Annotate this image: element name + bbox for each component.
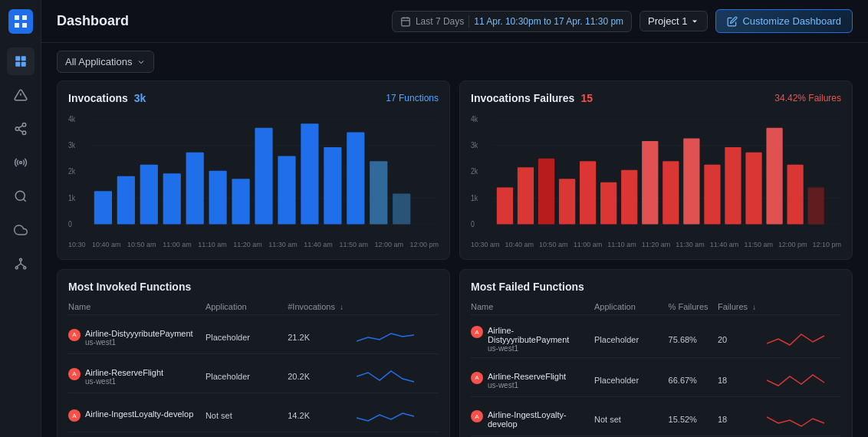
- svg-line-19: [16, 264, 20, 267]
- svg-text:0: 0: [471, 219, 475, 228]
- fn-app: Placeholder: [205, 333, 288, 342]
- sidebar-item-search[interactable]: [7, 182, 35, 210]
- invocations-count: 3k: [134, 92, 146, 104]
- app-filter-label: All Applications: [65, 56, 132, 67]
- table-row: A Airline-IngestLoyalty-develop Not set …: [471, 403, 841, 436]
- fn-failures: 18: [718, 415, 767, 424]
- svg-rect-40: [209, 171, 227, 225]
- fn-avatar: A: [68, 329, 81, 341]
- fn-pct: 66.67%: [669, 376, 718, 385]
- svg-line-14: [23, 199, 25, 201]
- failures-subtitle: 34.42% Failures: [774, 93, 841, 104]
- svg-rect-68: [683, 139, 699, 225]
- fn-name: Airline-ReserveFlight: [488, 372, 566, 381]
- svg-rect-0: [8, 9, 33, 34]
- sidebar-item-dashboard[interactable]: [7, 48, 35, 75]
- most-failed-card: Most Failed Functions Name Application %…: [459, 269, 853, 437]
- page-title: Dashboard: [57, 13, 129, 29]
- svg-rect-43: [278, 156, 295, 224]
- fn-name-col: Airline-IngestLoyalty-develop: [85, 409, 193, 419]
- customize-dashboard-button[interactable]: Customize Dashboard: [715, 9, 853, 33]
- table-row: A Airline-ReserveFlight us-west1 Placeho…: [471, 364, 841, 397]
- fn-sparkline: [357, 365, 418, 388]
- table-row: A Airline-IngestLoyalty-develop Not set …: [68, 399, 439, 432]
- fn-sparkline: [767, 328, 828, 351]
- chevron-down-icon: [136, 58, 146, 67]
- date-range-picker[interactable]: Last 7 Days 11 Apr. 10:30pm to 17 Apr. 1…: [392, 11, 632, 32]
- svg-rect-64: [600, 182, 616, 225]
- svg-rect-46: [347, 133, 364, 225]
- svg-rect-61: [538, 159, 554, 225]
- col-application: Application: [205, 302, 288, 311]
- sidebar-item-network[interactable]: [7, 250, 35, 278]
- sidebar-logo[interactable]: [8, 9, 33, 34]
- fn-name: Airline-DistyyyributePayment: [85, 329, 193, 338]
- svg-rect-47: [370, 161, 387, 224]
- svg-rect-45: [324, 147, 341, 225]
- svg-rect-36: [117, 176, 135, 225]
- fn-name: Airline-IngestLoyalty-develop: [85, 409, 193, 419]
- invocations-table-header: Name Application #Invocations ↓: [68, 299, 439, 315]
- sidebar-item-radio[interactable]: [7, 149, 35, 176]
- fn-name: Airline-IngestLoyalty-develop: [488, 410, 594, 429]
- fn-app: Not set: [594, 415, 669, 424]
- failures-bar-chart: 4k 3k 2k 1k 0: [471, 110, 841, 233]
- svg-rect-44: [301, 123, 318, 224]
- fn-failures: 18: [718, 376, 767, 385]
- header: Dashboard Last 7 Days 11 Apr. 10:30pm to…: [41, 0, 868, 43]
- svg-rect-39: [186, 153, 204, 225]
- fn-avatar: A: [471, 372, 483, 384]
- fn-app: Placeholder: [594, 335, 669, 344]
- svg-point-16: [15, 267, 18, 269]
- pencil-icon: [727, 16, 738, 27]
- col-application: Application: [594, 302, 669, 311]
- svg-rect-73: [787, 165, 803, 225]
- svg-rect-2: [21, 56, 25, 61]
- sidebar-item-alerts[interactable]: [7, 81, 35, 109]
- fn-sparkline: [357, 326, 418, 349]
- col-failures: Failures ↓: [718, 302, 767, 311]
- svg-rect-74: [808, 188, 824, 225]
- main-content: Dashboard Last 7 Days 11 Apr. 10:30pm to…: [41, 0, 868, 437]
- fn-name-cell: A Airline-IngestLoyalty-develop: [471, 410, 594, 429]
- svg-text:2k: 2k: [471, 167, 478, 176]
- fn-avatar: A: [68, 368, 81, 380]
- fn-name-col: Airline-DistyyyributePayment us-west1: [488, 326, 594, 353]
- sidebar-item-cloud[interactable]: [7, 216, 35, 244]
- svg-point-8: [15, 127, 19, 131]
- svg-point-17: [23, 267, 25, 269]
- fn-invocations: 21.2K: [288, 333, 356, 342]
- col-invocations: #Invocations ↓: [288, 302, 356, 311]
- fn-invocations: 20.2K: [288, 372, 356, 381]
- svg-rect-41: [232, 179, 249, 224]
- failures-card-header: Invocations Failures 15 34.42% Failures: [471, 92, 841, 104]
- table-row: A Airline-DistyyyributePayment us-west1 …: [68, 321, 439, 354]
- fn-pct: 15.52%: [669, 415, 718, 424]
- fn-sparkline: [357, 404, 418, 427]
- svg-text:0: 0: [68, 219, 72, 228]
- fn-avatar: A: [68, 409, 81, 422]
- svg-text:4k: 4k: [471, 114, 478, 123]
- fn-avatar: A: [471, 326, 483, 338]
- svg-text:1k: 1k: [471, 193, 478, 202]
- chevron-down-icon: [690, 17, 699, 26]
- calendar-icon: [400, 16, 411, 27]
- svg-point-9: [22, 131, 26, 135]
- fn-avatar: A: [471, 410, 483, 422]
- invocations-card-header: Invocations 3k 17 Functions: [68, 92, 439, 104]
- svg-rect-48: [393, 194, 410, 225]
- svg-point-7: [22, 123, 26, 127]
- fn-sub: us-west1: [488, 344, 594, 353]
- svg-text:3k: 3k: [68, 140, 75, 150]
- app-filter-select[interactable]: All Applications: [57, 51, 154, 73]
- invocations-chart-card: Invocations 3k 17 Functions 4k 3k 2k: [57, 80, 450, 260]
- invocations-label: Invocations: [68, 92, 128, 104]
- fn-app: Placeholder: [594, 376, 669, 385]
- sidebar-item-workflows[interactable]: [7, 115, 35, 143]
- project-selector[interactable]: Project 1: [639, 11, 708, 31]
- svg-rect-35: [94, 191, 112, 224]
- dashboard-grid: Invocations 3k 17 Functions 4k 3k 2k: [41, 80, 868, 437]
- invocations-x-labels: 10:30 10:40 am 10:50 am 11:00 am 11:10 a…: [68, 241, 439, 248]
- svg-text:1k: 1k: [68, 193, 75, 202]
- svg-rect-62: [559, 179, 575, 224]
